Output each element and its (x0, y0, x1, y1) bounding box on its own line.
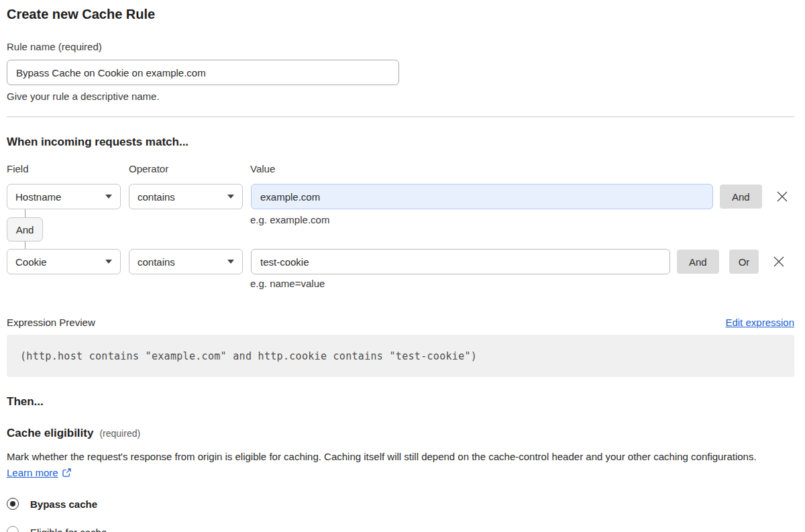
then-heading: Then... (7, 395, 794, 409)
field-column-label: Field (7, 163, 29, 174)
operator-column-label: Operator (129, 163, 168, 174)
cache-rule-form: Create new Cache Rule Rule name (require… (0, 0, 805, 532)
expression-code-block: (http.host contains "example.com" and ht… (7, 335, 794, 377)
value-column-label: Value (250, 163, 275, 174)
chevron-down-icon (227, 260, 234, 264)
connector-line-bottom (25, 242, 25, 249)
rule-name-label: Rule name (required) (7, 41, 794, 52)
match-section-heading: When incoming requests match... (7, 136, 794, 149)
learn-more-link[interactable]: Learn more (7, 467, 58, 478)
close-icon (775, 190, 789, 203)
and-connector-button[interactable]: And (7, 217, 43, 242)
value-input-row1[interactable] (251, 184, 713, 209)
field-select-row1[interactable]: Hostname (7, 184, 121, 209)
radio-button-unselected[interactable] (7, 526, 19, 532)
cache-eligibility-header: Cache eligibility (required) (7, 427, 794, 440)
add-and-condition-button-row1[interactable]: And (720, 184, 762, 209)
field-select-value: Hostname (15, 191, 61, 203)
edit-expression-link[interactable]: Edit expression (725, 317, 794, 328)
page-title: Create new Cache Rule (7, 7, 794, 22)
radio-option-bypass-cache[interactable]: Bypass cache (7, 498, 794, 510)
cache-eligibility-description: Mark whether the request's response from… (7, 449, 785, 481)
chevron-down-icon (227, 195, 234, 199)
cache-eligibility-heading: Cache eligibility (7, 427, 93, 440)
remove-condition-button-row2[interactable] (770, 253, 788, 270)
condition-builder: Field Operator Value Hostname contains A… (7, 163, 794, 289)
expression-preview-label: Expression Preview (7, 317, 95, 328)
section-divider (7, 116, 794, 117)
add-or-condition-button-row2[interactable]: Or (729, 250, 759, 274)
value-hint-row2: e.g. name=value (250, 278, 325, 289)
radio-option-eligible-for-cache[interactable]: Eligible for cache (7, 526, 794, 532)
condition-row: Cookie contains And Or (7, 249, 788, 274)
rule-name-helper: Give your rule a descriptive name. (7, 91, 794, 102)
required-note: (required) (99, 428, 140, 439)
field-select-value: Cookie (15, 256, 47, 268)
chevron-down-icon (105, 195, 112, 199)
operator-select-row2[interactable]: contains (129, 249, 243, 274)
field-select-row2[interactable]: Cookie (7, 249, 121, 274)
remove-condition-button-row1[interactable] (773, 188, 791, 205)
radio-label: Eligible for cache (30, 527, 107, 532)
operator-select-row1[interactable]: contains (129, 184, 243, 209)
expression-code: (http.host contains "example.com" and ht… (20, 350, 477, 362)
expression-preview-header: Expression Preview Edit expression (7, 317, 794, 328)
rule-name-input[interactable] (7, 60, 399, 85)
operator-select-value: contains (138, 256, 175, 268)
connector-line-top (25, 209, 25, 217)
radio-dot (10, 501, 15, 507)
value-input-row2[interactable] (251, 249, 670, 274)
value-hint-row1: e.g. example.com (250, 214, 329, 225)
radio-label: Bypass cache (30, 498, 97, 510)
external-link-icon (62, 468, 72, 478)
close-icon (772, 255, 786, 268)
operator-select-value: contains (138, 191, 175, 203)
chevron-down-icon (105, 260, 112, 264)
radio-button-selected[interactable] (7, 498, 19, 510)
condition-row: Hostname contains And (7, 184, 791, 209)
add-and-condition-button-row2[interactable]: And (677, 250, 719, 274)
description-text: Mark whether the request's response from… (7, 451, 757, 462)
